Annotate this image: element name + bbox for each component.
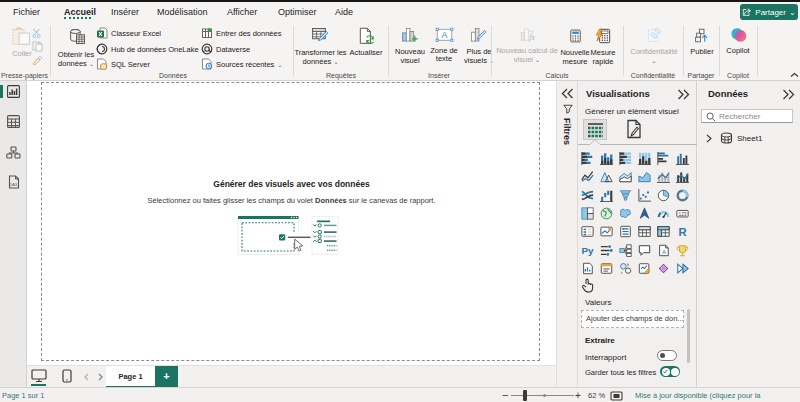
svg-text:R: R [678,226,686,238]
svg-text:DAX: DAX [9,182,18,187]
svg-text:A: A [441,30,447,40]
svg-text:123: 123 [678,212,686,217]
svg-text:fx: fx [528,33,534,42]
svg-text:Py: Py [581,245,594,256]
